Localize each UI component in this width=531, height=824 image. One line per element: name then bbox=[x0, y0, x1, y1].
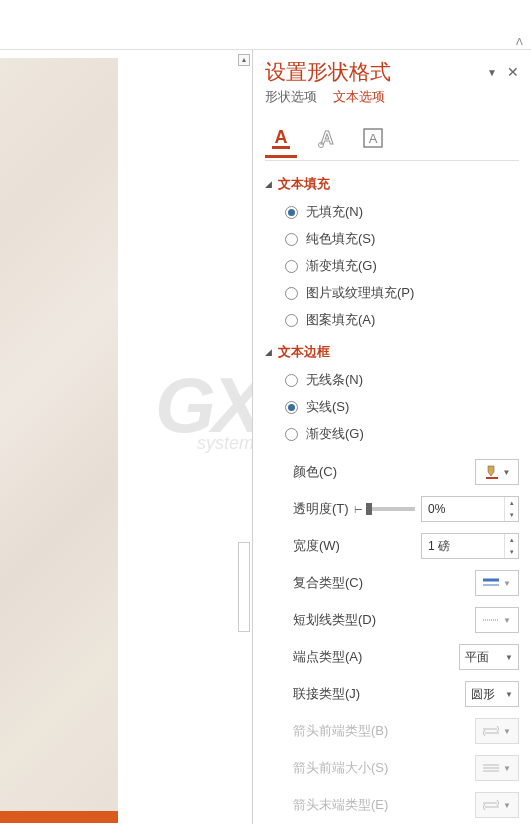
spin-down[interactable]: ▾ bbox=[505, 546, 518, 558]
svg-text:A: A bbox=[321, 128, 334, 148]
dash-type-combo[interactable]: ▼ bbox=[475, 607, 519, 633]
tab-shape-options[interactable]: 形状选项 bbox=[265, 88, 317, 108]
svg-rect-6 bbox=[486, 477, 498, 479]
radio-picture-fill[interactable]: 图片或纹理填充(P) bbox=[285, 284, 519, 302]
section-text-fill-header[interactable]: ◢ 文本填充 bbox=[265, 175, 519, 193]
width-input[interactable]: 1 磅 ▴▾ bbox=[421, 533, 519, 559]
cap-type-combo[interactable]: 平面 ▼ bbox=[459, 644, 519, 670]
chevron-down-icon: ▼ bbox=[503, 616, 511, 625]
collapse-ribbon-icon[interactable]: ᐱ bbox=[516, 36, 523, 47]
scroll-up-button[interactable]: ▴ bbox=[238, 54, 250, 66]
arrow-begin-size-combo: ▼ bbox=[475, 755, 519, 781]
chevron-down-icon: ▼ bbox=[503, 801, 511, 810]
panel-title: 设置形状格式 bbox=[265, 58, 391, 86]
slide-thumbnail[interactable] bbox=[0, 58, 118, 823]
chevron-down-icon: ▼ bbox=[503, 727, 511, 736]
cap-label: 端点类型(A) bbox=[293, 648, 459, 666]
arrow-begin-type-label: 箭头前端类型(B) bbox=[293, 722, 475, 740]
spin-up[interactable]: ▴ bbox=[505, 497, 518, 509]
width-label: 宽度(W) bbox=[293, 537, 421, 555]
collapse-icon: ◢ bbox=[265, 179, 272, 189]
panel-close-icon[interactable]: ✕ bbox=[507, 64, 519, 80]
arrow-begin-size-label: 箭头前端大小(S) bbox=[293, 759, 475, 777]
svg-rect-1 bbox=[272, 146, 290, 149]
color-picker-button[interactable]: ▼ bbox=[475, 459, 519, 485]
chevron-down-icon: ▼ bbox=[505, 653, 513, 662]
format-shape-panel: 设置形状格式 ▼ ✕ 形状选项 文本选项 A A A ◢ bbox=[252, 50, 531, 824]
textbox-tab-icon[interactable]: A bbox=[359, 122, 387, 154]
chevron-down-icon: ▼ bbox=[503, 764, 511, 773]
text-effects-tab-icon[interactable]: A bbox=[313, 122, 341, 154]
transparency-input[interactable]: 0% ▴▾ bbox=[421, 496, 519, 522]
radio-gradient-fill[interactable]: 渐变填充(G) bbox=[285, 257, 519, 275]
dash-label: 短划线类型(D) bbox=[293, 611, 475, 629]
radio-no-fill[interactable]: 无填充(N) bbox=[285, 203, 519, 221]
chevron-down-icon: ▼ bbox=[503, 579, 511, 588]
slide-preview-pane: ▴ bbox=[0, 50, 252, 824]
spin-up[interactable]: ▴ bbox=[505, 534, 518, 546]
svg-text:A: A bbox=[275, 127, 288, 147]
arrow-begin-type-combo: ▼ bbox=[475, 718, 519, 744]
join-type-combo[interactable]: 圆形 ▼ bbox=[465, 681, 519, 707]
slide-accent-bar bbox=[0, 811, 118, 823]
panel-tabs: 形状选项 文本选项 bbox=[265, 88, 519, 108]
text-fill-outline-tab-icon[interactable]: A bbox=[267, 122, 295, 154]
scrollbar-thumb[interactable] bbox=[238, 542, 250, 632]
chevron-down-icon: ▼ bbox=[505, 690, 513, 699]
join-label: 联接类型(J) bbox=[293, 685, 465, 703]
chevron-down-icon: ▼ bbox=[503, 468, 511, 477]
compound-label: 复合类型(C) bbox=[293, 574, 475, 592]
svg-text:A: A bbox=[369, 131, 378, 146]
panel-dropdown-icon[interactable]: ▼ bbox=[487, 67, 497, 78]
tab-text-options[interactable]: 文本选项 bbox=[333, 88, 385, 108]
radio-solid-fill[interactable]: 纯色填充(S) bbox=[285, 230, 519, 248]
arrow-end-type-label: 箭头末端类型(E) bbox=[293, 796, 475, 814]
spin-down[interactable]: ▾ bbox=[505, 509, 518, 521]
radio-no-line[interactable]: 无线条(N) bbox=[285, 371, 519, 389]
transparency-label: 透明度(T) bbox=[293, 500, 354, 518]
radio-pattern-fill[interactable]: 图案填充(A) bbox=[285, 311, 519, 329]
collapse-icon: ◢ bbox=[265, 347, 272, 357]
radio-gradient-line[interactable]: 渐变线(G) bbox=[285, 425, 519, 443]
section-text-outline-title: 文本边框 bbox=[278, 343, 330, 361]
section-text-fill-title: 文本填充 bbox=[278, 175, 330, 193]
transparency-slider[interactable] bbox=[369, 507, 415, 511]
arrow-end-type-combo: ▼ bbox=[475, 792, 519, 818]
radio-solid-line[interactable]: 实线(S) bbox=[285, 398, 519, 416]
section-text-outline-header[interactable]: ◢ 文本边框 bbox=[265, 343, 519, 361]
compound-type-combo[interactable]: ▼ bbox=[475, 570, 519, 596]
app-topbar: ᐱ bbox=[0, 0, 531, 50]
color-label: 颜色(C) bbox=[293, 463, 475, 481]
